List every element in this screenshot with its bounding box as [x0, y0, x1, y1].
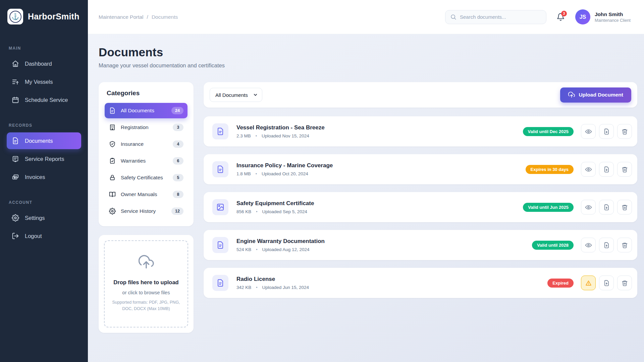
document-size: 342 KB [236, 285, 251, 290]
sidebar-item-label: My Vessels [25, 79, 53, 85]
document-title[interactable]: Vessel Registration - Sea Breeze [236, 124, 523, 131]
delete-button[interactable] [617, 238, 632, 252]
document-icon [11, 137, 19, 145]
nav-section-label: ACCOUNT [9, 200, 81, 205]
document-uploaded: Uploaded Aug 12, 2024 [262, 247, 310, 252]
category-service-history[interactable]: Service History 12 [105, 203, 187, 219]
download-button[interactable] [599, 124, 614, 139]
category-safety-certificates[interactable]: Safety Certificates 5 [105, 170, 187, 185]
category-label: All Documents [121, 108, 167, 114]
view-button[interactable] [581, 124, 596, 139]
sidebar-item-my-vessels[interactable]: My Vessels [7, 73, 81, 90]
brand-name: HarborSmith [28, 12, 79, 21]
category-label: Insurance [121, 141, 168, 147]
sidebar-item-logout[interactable]: Logout [7, 228, 81, 244]
eye-icon [585, 204, 592, 210]
vessel-list-icon [11, 78, 19, 86]
sidebar-item-invoices[interactable]: Invoices [7, 169, 81, 185]
nav-section-label: RECORDS [9, 123, 81, 128]
brand[interactable]: ⚓ HarborSmith [7, 9, 81, 24]
file-download-icon [603, 280, 610, 286]
breadcrumb-current: Documents [152, 14, 178, 20]
delete-button[interactable] [617, 162, 632, 177]
file-dropzone[interactable]: Drop files here to upload or click to br… [104, 240, 188, 327]
trash-icon [622, 128, 628, 135]
document-list: Vessel Registration - Sea Breeze 2.3 MB … [204, 116, 637, 298]
sidebar-item-schedule-service[interactable]: Schedule Service [7, 92, 81, 108]
view-button[interactable] [581, 200, 596, 215]
delete-button[interactable] [617, 124, 632, 139]
document-uploaded: Uploaded Nov 15, 2024 [262, 133, 309, 138]
file-text-icon [212, 275, 228, 291]
category-label: Owner Manuals [121, 191, 168, 197]
meta-separator: • [256, 134, 257, 138]
category-insurance[interactable]: Insurance 4 [105, 136, 187, 152]
breadcrumb-parent[interactable]: Maintenance Portal [99, 14, 144, 20]
trash-icon [622, 204, 628, 210]
meta-separator: • [256, 209, 257, 214]
category-warranties[interactable]: Warranties 6 [105, 153, 187, 169]
document-filter-select[interactable]: All Documents [210, 88, 262, 102]
logout-icon [11, 232, 19, 240]
trash-icon [622, 166, 628, 173]
gear-icon [11, 214, 19, 222]
sidebar-item-settings[interactable]: Settings [7, 209, 81, 226]
notifications-button[interactable]: 3 [556, 12, 566, 22]
sidebar-item-label: Invoices [25, 174, 45, 180]
category-registration[interactable]: Registration 3 [105, 120, 187, 135]
status-badge: Expires in 30 days [526, 165, 574, 174]
view-button[interactable] [581, 162, 596, 177]
sidebar-item-label: Service Reports [25, 156, 64, 162]
file-download-icon [603, 242, 610, 248]
file-text-icon [212, 161, 228, 177]
categories-title: Categories [107, 89, 187, 97]
categories-panel: Categories All Documents 24 Registration… [99, 82, 194, 226]
category-owner-manuals[interactable]: Owner Manuals 8 [105, 187, 187, 202]
user-name: John Smith [595, 11, 631, 17]
download-button[interactable] [599, 276, 614, 290]
anchor-logo-icon: ⚓ [9, 11, 21, 23]
category-count-badge: 5 [173, 174, 183, 181]
download-button[interactable] [599, 200, 614, 215]
download-button[interactable] [599, 238, 614, 252]
file-text-icon [212, 123, 228, 139]
book-open-icon [109, 191, 116, 198]
page-subtitle: Manage your vessel documentation and cer… [99, 62, 637, 69]
category-count-badge: 4 [173, 140, 183, 148]
search-input[interactable] [460, 14, 541, 20]
search-box [445, 10, 546, 24]
document-title[interactable]: Safety Equipment Certificate [236, 200, 523, 207]
category-all-documents[interactable]: All Documents 24 [105, 103, 187, 118]
warning-triangle-icon [585, 280, 592, 286]
nav-section-main: MAIN Dashboard My Vessels Schedule Servi… [7, 44, 81, 110]
download-button[interactable] [599, 162, 614, 177]
document-row: Engine Warranty Documentation 524 KB • U… [204, 230, 637, 260]
delete-button[interactable] [617, 276, 632, 290]
eye-icon [585, 166, 592, 173]
document-size: 856 KB [236, 209, 251, 214]
user-menu[interactable]: JS John Smith Maintenance Client [575, 9, 631, 24]
building-icon [109, 124, 116, 131]
user-role: Maintenance Client [595, 18, 631, 23]
document-title[interactable]: Insurance Policy - Marine Coverage [236, 162, 526, 169]
sidebar-item-service-reports[interactable]: Service Reports [7, 150, 81, 167]
eye-icon [585, 128, 592, 135]
document-title[interactable]: Radio License [236, 276, 547, 283]
upload-cloud-icon [111, 254, 181, 271]
upload-document-button[interactable]: Upload Document [560, 87, 631, 103]
status-badge: Valid until 2028 [532, 241, 574, 250]
file-download-icon [603, 166, 610, 173]
sidebar-item-dashboard[interactable]: Dashboard [7, 55, 81, 72]
expired-warning-button[interactable] [581, 276, 596, 290]
document-uploaded: Uploaded Jun 15, 2024 [262, 285, 309, 290]
document-size: 1.8 MB [236, 171, 251, 176]
delete-button[interactable] [617, 200, 632, 215]
document-size: 2.3 MB [236, 133, 251, 138]
status-badge: Valid until Jun 2025 [523, 203, 574, 212]
dropzone-formats: Supported formats: PDF, JPG, PNG, DOC, D… [111, 299, 181, 312]
view-button[interactable] [581, 238, 596, 252]
sidebar-item-documents[interactable]: Documents [7, 132, 81, 149]
breadcrumb: Maintenance Portal / Documents [99, 14, 178, 20]
document-title[interactable]: Engine Warranty Documentation [236, 238, 532, 245]
meta-separator: • [256, 247, 257, 252]
